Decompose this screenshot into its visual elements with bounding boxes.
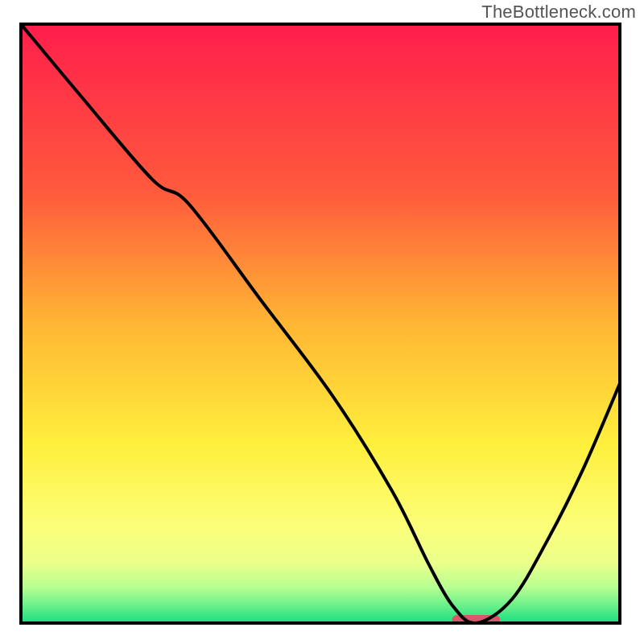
bottleneck-chart — [0, 0, 644, 644]
watermark-text: TheBottleneck.com — [481, 2, 636, 23]
chart-container: TheBottleneck.com — [0, 0, 644, 644]
gradient-background — [21, 24, 620, 623]
